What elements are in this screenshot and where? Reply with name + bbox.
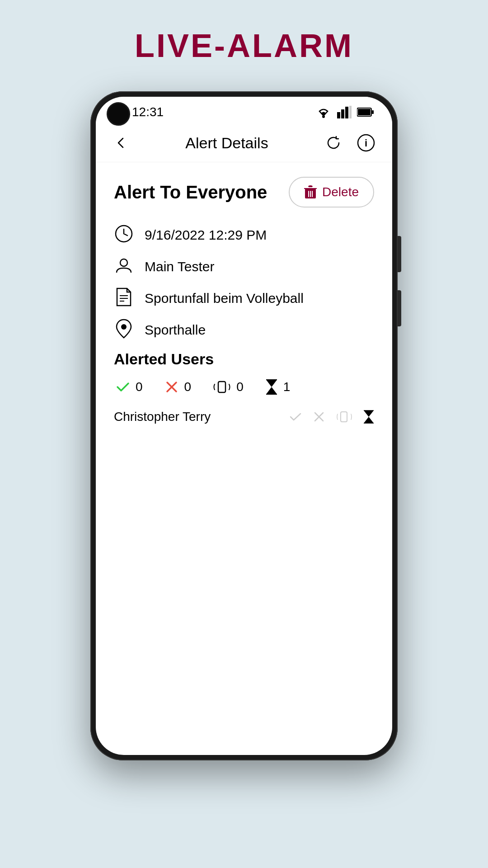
svg-point-0	[322, 115, 325, 118]
svg-rect-2	[341, 109, 344, 118]
datetime-text: 9/16/2022 12:29 PM	[145, 224, 267, 245]
location-text: Sporthalle	[145, 319, 206, 340]
back-button[interactable]	[110, 132, 132, 154]
svg-rect-17	[341, 412, 347, 422]
svg-text:i: i	[365, 137, 367, 149]
svg-rect-1	[337, 112, 340, 118]
alert-name: Alert To Everyone	[114, 182, 267, 203]
creator-row: Main Tester	[114, 255, 374, 276]
declined-stat: 0	[164, 380, 192, 394]
svg-rect-14	[218, 382, 225, 392]
delete-button[interactable]: Delete	[289, 177, 374, 208]
battery-icon	[357, 107, 374, 117]
pending-stat: 1	[265, 379, 291, 395]
content-area: Alert To Everyone Delete	[96, 162, 392, 755]
datetime-row: 9/16/2022 12:29 PM	[114, 224, 374, 245]
phone-frame: 12:31	[90, 91, 398, 760]
vibrate-icon	[213, 380, 231, 394]
creator-text: Main Tester	[145, 255, 215, 276]
app-title-text: LIVE-ALARM	[135, 27, 353, 64]
declined-count: 0	[184, 380, 192, 394]
toolbar-title: Alert Details	[132, 134, 322, 152]
wifi-icon	[315, 106, 332, 118]
user-x-icon	[313, 410, 325, 423]
info-button[interactable]: i	[354, 131, 378, 155]
vibrate-stat: 0	[213, 380, 244, 394]
hourglass-icon	[265, 379, 278, 395]
pending-count: 1	[283, 380, 291, 394]
clock-icon	[114, 224, 134, 244]
svg-rect-7	[358, 109, 371, 115]
accepted-stat: 0	[116, 380, 143, 394]
user-hourglass-icon	[363, 410, 374, 424]
document-icon	[114, 287, 134, 307]
person-icon	[114, 255, 134, 275]
description-row: Sportunfall beim Volleyball	[114, 287, 374, 308]
user-check-icon	[289, 410, 302, 423]
signal-icon	[337, 106, 352, 118]
location-row: Sporthalle	[114, 319, 374, 340]
description-text: Sportunfall beim Volleyball	[145, 287, 304, 308]
svg-rect-6	[372, 110, 374, 114]
status-bar: 12:31	[96, 97, 392, 124]
svg-rect-3	[345, 107, 348, 118]
alert-header: Alert To Everyone Delete	[114, 177, 374, 208]
alerted-users-section: Alerted Users 0 0	[114, 350, 374, 428]
stats-row: 0 0 0	[114, 379, 374, 395]
user-vibrate-icon	[336, 410, 352, 423]
toolbar: Alert Details i	[96, 124, 392, 162]
svg-point-12	[120, 259, 127, 266]
svg-point-13	[121, 324, 127, 330]
toolbar-actions: i	[322, 131, 378, 155]
phone-screen: 12:31	[96, 97, 392, 755]
location-icon	[114, 319, 134, 339]
svg-rect-4	[349, 106, 352, 118]
status-icons	[315, 106, 374, 118]
status-time: 12:31	[132, 105, 164, 119]
user-row: Christopher Terry	[114, 406, 374, 428]
checkmark-green-icon	[116, 380, 130, 394]
vibrate-count: 0	[236, 380, 244, 394]
x-red-icon	[164, 380, 179, 394]
section-title: Alerted Users	[114, 350, 374, 368]
refresh-button[interactable]	[322, 131, 345, 155]
camera-cutout	[107, 102, 130, 126]
user-name: Christopher Terry	[114, 410, 211, 424]
accepted-count: 0	[136, 380, 143, 394]
user-status-icons	[289, 410, 374, 424]
delete-label: Delete	[322, 185, 359, 199]
trash-icon	[304, 185, 317, 199]
